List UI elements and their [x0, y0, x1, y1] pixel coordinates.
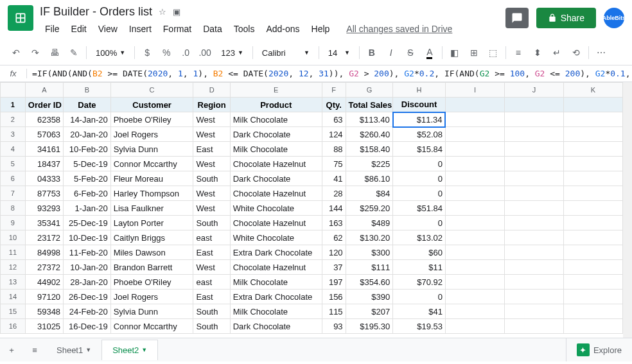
cell[interactable]: [445, 245, 504, 260]
cell[interactable]: 163: [322, 216, 346, 230]
cell[interactable]: 87753: [25, 186, 63, 201]
cell[interactable]: [563, 112, 622, 127]
undo-icon[interactable]: ↶: [8, 44, 24, 61]
cell[interactable]: 28: [322, 186, 346, 201]
cell[interactable]: $130.20: [346, 230, 393, 245]
cell[interactable]: [563, 127, 622, 142]
cell[interactable]: 31025: [25, 319, 63, 334]
cell[interactable]: 124: [322, 127, 346, 142]
cell[interactable]: Discount: [393, 98, 446, 112]
valign-icon[interactable]: ⬍: [529, 44, 546, 61]
cell[interactable]: [445, 216, 504, 230]
cell[interactable]: East: [193, 290, 230, 304]
sheets-logo[interactable]: [8, 5, 33, 31]
menu-file[interactable]: File: [40, 21, 65, 37]
halign-icon[interactable]: ≡: [510, 44, 527, 61]
cell[interactable]: [445, 112, 504, 127]
cell[interactable]: Joel Rogers: [110, 290, 193, 304]
cell[interactable]: Layton Porter: [110, 216, 193, 230]
cell[interactable]: 97120: [25, 290, 63, 304]
cell[interactable]: Dark Chocolate: [230, 319, 322, 334]
italic-icon[interactable]: I: [383, 44, 399, 61]
cell[interactable]: 04333: [25, 171, 63, 186]
cell[interactable]: [563, 171, 622, 186]
cell[interactable]: West: [193, 260, 230, 275]
increase-decimal-icon[interactable]: .00: [197, 44, 213, 61]
cell[interactable]: [563, 304, 622, 319]
cell[interactable]: 75: [322, 157, 346, 171]
tab-sheet1[interactable]: Sheet1 ▼: [46, 340, 101, 360]
menu-help[interactable]: Help: [306, 21, 335, 37]
cell[interactable]: [563, 245, 622, 260]
cell[interactable]: [563, 319, 622, 334]
cell[interactable]: 34161: [25, 142, 63, 157]
cell[interactable]: $11.34: [393, 112, 446, 127]
cell[interactable]: 88: [322, 142, 346, 157]
cell[interactable]: 23172: [25, 230, 63, 245]
cell[interactable]: $13.02: [393, 230, 446, 245]
cell[interactable]: 24-Feb-20: [64, 304, 111, 319]
cell[interactable]: Fleur Moreau: [110, 171, 193, 186]
cell[interactable]: South: [193, 171, 230, 186]
vertical-scrollbar[interactable]: [623, 82, 632, 338]
wrap-icon[interactable]: ↵: [549, 44, 565, 61]
share-button[interactable]: Share: [536, 8, 596, 28]
cell[interactable]: $195.30: [346, 319, 393, 334]
cell[interactable]: [445, 304, 504, 319]
cell[interactable]: 37: [322, 260, 346, 275]
cell[interactable]: 10-Feb-20: [64, 142, 111, 157]
cell[interactable]: 41: [322, 171, 346, 186]
col-header[interactable]: D: [193, 83, 230, 98]
cell[interactable]: 62: [322, 230, 346, 245]
cell[interactable]: $225: [346, 157, 393, 171]
select-all[interactable]: [1, 83, 26, 98]
currency-icon[interactable]: $: [139, 44, 155, 61]
cell[interactable]: [504, 142, 563, 157]
account-avatar[interactable]: AbleBits: [604, 8, 624, 28]
menu-format[interactable]: Format: [158, 21, 197, 37]
cell[interactable]: Chocolate Hazelnut: [230, 186, 322, 201]
add-sheet-button[interactable]: +: [0, 338, 23, 361]
cell[interactable]: Milk Chocolate: [230, 304, 322, 319]
cell[interactable]: $51.84: [393, 201, 446, 216]
cell[interactable]: White Chocolate: [230, 230, 322, 245]
zoom-select[interactable]: 100% ▼: [91, 48, 130, 58]
cell[interactable]: 44902: [25, 275, 63, 290]
menu-insert[interactable]: Insert: [124, 21, 157, 37]
cell[interactable]: east: [193, 275, 230, 290]
cell[interactable]: 0: [393, 157, 446, 171]
row-header[interactable]: 8: [1, 201, 26, 216]
more-formats[interactable]: 123▼: [216, 48, 249, 58]
row-header[interactable]: 16: [1, 319, 26, 334]
col-header[interactable]: B: [64, 83, 111, 98]
row-header[interactable]: 3: [1, 127, 26, 142]
spreadsheet-grid[interactable]: A B C D E F G H I J K 1Order IDDateCusto…: [0, 82, 623, 338]
cell[interactable]: [445, 186, 504, 201]
cell[interactable]: 35341: [25, 216, 63, 230]
col-header[interactable]: K: [563, 83, 622, 98]
cell[interactable]: 28-Jan-20: [64, 275, 111, 290]
col-header[interactable]: J: [504, 83, 563, 98]
cell[interactable]: [504, 290, 563, 304]
cell[interactable]: 25-Dec-19: [64, 216, 111, 230]
cell[interactable]: [504, 304, 563, 319]
explore-button[interactable]: ✦ Explore: [566, 338, 632, 361]
cell[interactable]: $354.60: [346, 275, 393, 290]
cell[interactable]: $15.84: [393, 142, 446, 157]
cell[interactable]: West: [193, 112, 230, 127]
cell[interactable]: 93293: [25, 201, 63, 216]
cell[interactable]: [563, 230, 622, 245]
cell[interactable]: $158.40: [346, 142, 393, 157]
menu-addons[interactable]: Add-ons: [261, 21, 304, 37]
cell[interactable]: 0: [393, 171, 446, 186]
cell[interactable]: [504, 260, 563, 275]
text-color-icon[interactable]: A: [421, 44, 438, 61]
cell[interactable]: [563, 216, 622, 230]
col-header[interactable]: F: [322, 83, 346, 98]
redo-icon[interactable]: ↷: [27, 44, 44, 61]
cell[interactable]: $113.40: [346, 112, 393, 127]
cell[interactable]: 84998: [25, 245, 63, 260]
save-status[interactable]: All changes saved in Drive: [341, 21, 457, 37]
row-header[interactable]: 1: [1, 98, 26, 112]
cell[interactable]: [445, 157, 504, 171]
